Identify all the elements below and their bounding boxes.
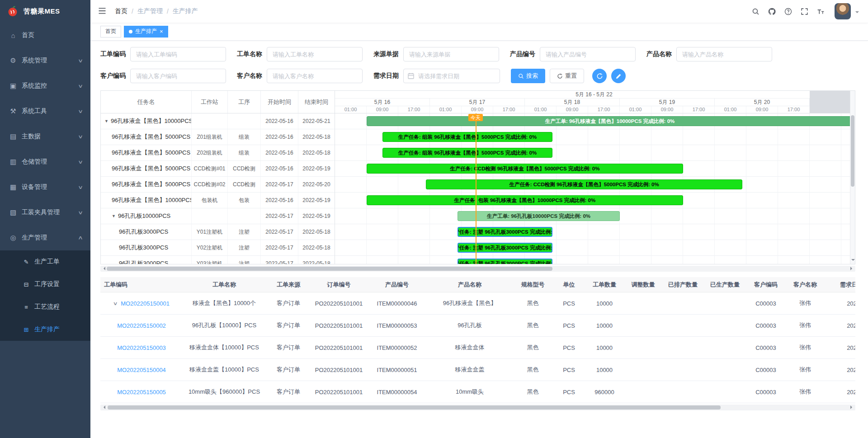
demand-date-input[interactable]: [403, 69, 500, 83]
gantt-task-bar[interactable]: 生产任务: 包装 96孔移液盒【黑色】10000PCS 完成比例: 0%: [367, 195, 683, 205]
gantt-grid-body: ▼96孔移液盒【黑色】10000PCS2022-05-162022-05-219…: [101, 113, 335, 264]
sidebar-item-fixture[interactable]: ▧工装夹具管理∨: [0, 200, 90, 225]
source-doc-input[interactable]: [403, 47, 499, 61]
table-horizontal-scrollbar[interactable]: [100, 405, 855, 410]
gantt-grid-row[interactable]: 96孔孔板3000PCSY01注塑机注塑2022-05-172022-05-18: [101, 224, 335, 240]
gantt-grid-header: 任务名工作站工序开始时间结束时间: [101, 91, 335, 113]
search-icon[interactable]: [750, 5, 761, 17]
work-order-link[interactable]: MO202205150002: [117, 322, 166, 329]
scroll-right-arrow-icon[interactable]: [850, 405, 854, 409]
tab-scheduling[interactable]: 生产排产×: [124, 26, 168, 38]
gantt-task-bar[interactable]: 生产任务: 组装 96孔移液盒【黑色】5000PCS 完成比例: 0%: [382, 132, 552, 142]
table-row[interactable]: ∨MO202205150001移液盒【黑色】10000个客户订单PO202205…: [100, 292, 855, 315]
sidebar-item-tools[interactable]: ⚒系统工具∨: [0, 99, 90, 124]
work-order-code-input[interactable]: [130, 47, 226, 61]
scrollbar-thumb[interactable]: [851, 115, 854, 187]
sidebar-item-home[interactable]: ⌂首页: [0, 23, 90, 48]
product-code-input[interactable]: [540, 47, 636, 61]
table-cell: 202: [825, 315, 855, 336]
gantt-grid-cell: 注塑: [228, 240, 261, 255]
customer-code-input[interactable]: [130, 69, 226, 83]
sidebar-item-master-data[interactable]: ▤主数据∨: [0, 124, 90, 149]
edit-icon-button[interactable]: [611, 69, 626, 83]
gantt-grid-row[interactable]: 96孔移液盒【黑色】5000PCSCCD检测#01CCD检测2022-05-16…: [101, 161, 335, 177]
table-row[interactable]: MO20220515000510mm吸头【960000】PCS客户订单PO202…: [100, 381, 855, 403]
gantt-task-bar[interactable]: 生产任务: 注塑 96孔孔板3000PCS 完成比例: 0%: [458, 243, 552, 253]
sidebar-item-process-flow[interactable]: ≡工艺流程: [0, 296, 90, 318]
table-row[interactable]: MO202205150004移液盒盒盖【10000】PCS客户订单PO20220…: [100, 359, 855, 381]
gantt-vertical-scrollbar[interactable]: [850, 91, 855, 264]
font-size-icon[interactable]: [815, 5, 826, 17]
gantt-task-bar[interactable]: 生产任务: CCD检测 96孔移液盒【黑色】5000PCS 完成比例: 0%: [426, 179, 742, 189]
scroll-left-arrow-icon[interactable]: [102, 267, 105, 270]
gantt-grid-row[interactable]: 96孔移液盒【黑色】10000PCS包装机包装2022-05-162022-05…: [101, 193, 335, 208]
table-cell: ∨MO202205150001: [100, 292, 183, 314]
logo-icon: [6, 5, 19, 18]
timeline-day-cell: 5月 17: [430, 99, 525, 106]
github-icon[interactable]: [766, 5, 778, 17]
sidebar-menu: ⌂首页⚙系统管理∨▣系统监控∨⚒系统工具∨▤主数据∨▥仓储管理∨▦设备管理∨▧工…: [0, 23, 90, 438]
scroll-down-arrow-icon[interactable]: [851, 259, 855, 263]
scrollbar-thumb[interactable]: [108, 405, 721, 410]
timeline-hour-cell: 09:00: [367, 106, 398, 113]
gantt-grid-row[interactable]: 96孔移液盒【黑色】5000PCSZ02组装机组装2022-05-162022-…: [101, 145, 335, 161]
table-cell: 10000: [585, 292, 624, 314]
gantt-task-bar[interactable]: 生产任务: CCD检测 96孔移液盒【黑色】5000PCS 完成比例: 0%: [367, 164, 683, 174]
demand-date-input-wrap: [403, 69, 500, 83]
sidebar-item-production[interactable]: ◎生产管理∨: [0, 225, 90, 250]
question-icon[interactable]: [782, 5, 794, 17]
gantt-grid-row[interactable]: 96孔孔板3000PCSY02注塑机注塑2022-05-172022-05-18: [101, 240, 335, 256]
gantt-grid-row[interactable]: 96孔孔板3000PCSY03注塑机注塑2022-05-172022-05-18: [101, 256, 335, 264]
gantt-order-bar[interactable]: 生产工单: 96孔孔板10000PCS 完成比例: 0%: [458, 211, 620, 221]
work-order-link[interactable]: MO202205150003: [117, 344, 166, 351]
timeline-day-cell: 5月 19: [620, 99, 715, 106]
gantt-grid-cell: 注塑: [228, 224, 261, 240]
close-icon[interactable]: ×: [160, 28, 163, 34]
search-button[interactable]: 搜索: [511, 69, 545, 83]
reset-button[interactable]: 重置: [550, 69, 584, 83]
collapse-arrow-icon[interactable]: ∨: [113, 301, 118, 306]
refresh-icon-button[interactable]: [592, 69, 607, 83]
gantt-grid-cell: Z02组装机: [192, 145, 228, 160]
work-order-link[interactable]: MO202205150005: [117, 389, 166, 396]
sidebar-item-work-order[interactable]: ✎生产工单: [0, 250, 90, 273]
product-name-input[interactable]: [676, 47, 772, 61]
gantt-grid-row[interactable]: ▼96孔孔板10000PCS2022-05-172022-05-19: [101, 208, 335, 224]
gantt-grid-row[interactable]: ▼96孔移液盒【黑色】10000PCS2022-05-162022-05-21: [101, 113, 335, 129]
gantt-horizontal-scrollbar[interactable]: [100, 266, 855, 272]
breadcrumb-item[interactable]: 首页: [115, 7, 127, 15]
chevron-down-icon[interactable]: [855, 11, 859, 15]
table-body: ∨MO202205150001移液盒【黑色】10000个客户订单PO202205…: [100, 292, 855, 403]
user-avatar[interactable]: [835, 3, 851, 19]
sidebar-item-monitor[interactable]: ▣系统监控∨: [0, 73, 90, 99]
table-row[interactable]: MO20220515000296孔孔板【10000】PCS客户订单PO20220…: [100, 315, 855, 337]
table-header: 工单编码工单名称工单来源订单编号产品编号产品名称规格型号单位工单数量调整数量已排…: [100, 277, 855, 292]
scrollbar-thumb[interactable]: [107, 267, 552, 271]
expand-arrow-icon[interactable]: ▼: [112, 214, 116, 218]
gantt-task-bar[interactable]: 生产任务: 注塑 96孔孔板3000PCS 完成比例: 0%: [458, 259, 552, 264]
work-order-name-input[interactable]: [267, 47, 363, 61]
gantt-order-bar[interactable]: 生产工单: 96孔移液盒【黑色】10000PCS 完成比例: 0%: [367, 116, 853, 126]
sidebar-item-equipment[interactable]: ▦设备管理∨: [0, 174, 90, 200]
customer-name-input[interactable]: [267, 69, 363, 83]
table-column-header: 已生产数量: [704, 277, 746, 292]
work-order-link[interactable]: MO202205150001: [121, 300, 170, 307]
tab-home[interactable]: 首页: [100, 26, 121, 38]
table-cell: 黑色: [512, 292, 553, 314]
gantt-task-bar[interactable]: 生产任务: 组装 96孔移液盒【黑色】5000PCS 完成比例: 0%: [382, 148, 552, 158]
fullscreen-icon[interactable]: [798, 5, 810, 17]
table-cell: ITEM00000046: [367, 292, 427, 314]
gantt-task-bar[interactable]: 生产任务: 注塑 96孔孔板3000PCS 完成比例: 0%: [458, 227, 552, 237]
gantt-grid-row[interactable]: 96孔移液盒【黑色】5000PCSZ01组装机组装2022-05-162022-…: [101, 129, 335, 145]
scroll-right-arrow-icon[interactable]: [850, 267, 854, 270]
sidebar-item-warehouse[interactable]: ▥仓储管理∨: [0, 149, 90, 174]
table-row[interactable]: MO202205150003移液盒盒体【10000】PCS客户订单PO20220…: [100, 337, 855, 359]
work-order-link[interactable]: MO202205150004: [117, 367, 166, 373]
sidebar-item-process-setting[interactable]: ⊟工序设置: [0, 273, 90, 296]
scroll-left-arrow-icon[interactable]: [102, 405, 105, 409]
expand-arrow-icon[interactable]: ▼: [104, 119, 108, 123]
hamburger-icon[interactable]: [98, 6, 108, 16]
gantt-grid-row[interactable]: 96孔移液盒【黑色】5000PCSCCD检测#02CCD检测2022-05-17…: [101, 177, 335, 193]
sidebar-item-system[interactable]: ⚙系统管理∨: [0, 48, 90, 73]
sidebar-item-scheduling[interactable]: ⊞生产排产: [0, 318, 90, 341]
